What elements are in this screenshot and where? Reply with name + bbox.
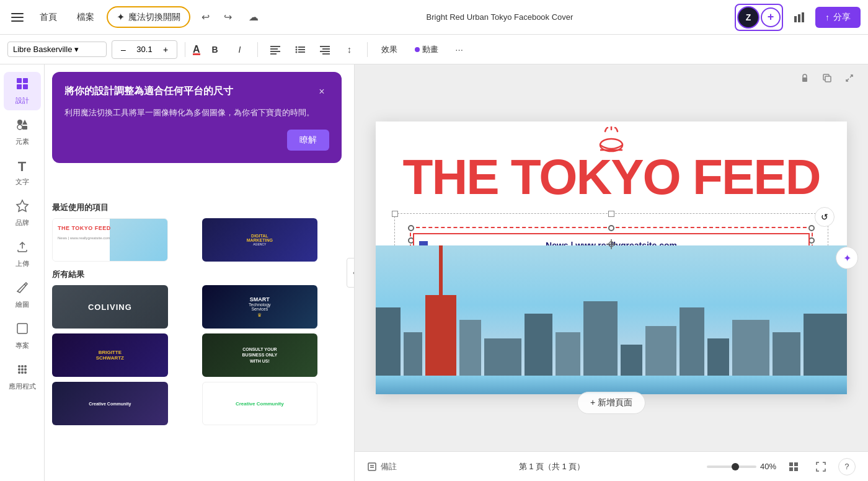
tooltip-learn-button[interactable]: 瞭解 xyxy=(287,130,329,151)
text-spacing-button[interactable]: ↕ xyxy=(340,40,360,60)
text-color-button[interactable]: A xyxy=(193,44,200,55)
template-item-brigitte[interactable]: BRIGITTE SCHWARTZ xyxy=(52,333,168,377)
share-button[interactable]: ↑ 分享 xyxy=(815,7,861,28)
magic-switch-button[interactable]: ✦ 魔法切換開關 xyxy=(107,6,190,28)
hamburger-menu[interactable] xyxy=(7,7,27,27)
template-item-smart-tech[interactable]: SMART Technology Services ♛ xyxy=(202,285,318,329)
left-sidebar: 設計 元素 T 文字 品牌 上傳 繪圖 xyxy=(0,64,45,481)
avatar-group: Z + xyxy=(735,4,783,31)
font-dropdown-arrow: ▾ xyxy=(74,45,79,54)
align-left-button[interactable] xyxy=(265,40,285,60)
template-item-coliving[interactable]: COLIVING xyxy=(52,285,168,329)
top-toolbar: 首頁 檔案 ✦ 魔法切換開關 ↩ ↪ ☁ Bright Red Urban To… xyxy=(0,0,868,35)
svg-rect-10 xyxy=(298,49,305,50)
canvas-main-title: THE TOKYO FEED xyxy=(376,152,847,202)
template-item-tokyo-feed[interactable]: THE TOKYO FEED News | www.reallygreatsit… xyxy=(52,218,168,262)
svg-point-29 xyxy=(24,365,27,368)
svg-rect-2 xyxy=(802,12,804,22)
apps-icon xyxy=(16,363,29,379)
zoom-slider[interactable] xyxy=(707,466,756,468)
magic-switch-label: 魔法切換開關 xyxy=(128,12,180,23)
elements-icon xyxy=(16,118,29,135)
grid-view-button[interactable] xyxy=(784,457,804,477)
template-smart-sub2: Services xyxy=(249,307,270,311)
chart-icon[interactable] xyxy=(788,6,810,29)
rotate-handle[interactable]: ↺ xyxy=(815,207,835,227)
template-coliving-text: COLIVING xyxy=(88,302,132,312)
magic-switch-tooltip: 將你的設計調整為適合任何平台的尺寸 × 利用魔法切換工具將單一圖像轉化為多個圖像… xyxy=(52,72,342,163)
copy-icon[interactable] xyxy=(818,69,836,87)
template-brigitte-name: SCHWARTZ xyxy=(96,355,124,361)
apps-label: 應用程式 xyxy=(9,382,36,391)
more-options-button[interactable]: ··· xyxy=(450,40,469,60)
user-avatar[interactable]: Z xyxy=(737,6,760,29)
template-panel: 將你的設計調整為適合任何平台的尺寸 × 利用魔法切換工具將單一圖像轉化為多個圖像… xyxy=(45,64,355,481)
svg-rect-45 xyxy=(794,462,798,466)
avatar-letter: Z xyxy=(746,12,751,22)
help-button[interactable]: ? xyxy=(838,458,856,475)
brand-icon xyxy=(16,199,29,216)
cloud-save-icon[interactable]: ☁ xyxy=(242,6,265,29)
animate-label: 動畫 xyxy=(422,44,438,55)
template-item-cc1[interactable]: Creative Community xyxy=(52,382,168,425)
upload-label: 上傳 xyxy=(16,259,29,268)
magic-assistant-button[interactable]: ✦ xyxy=(836,247,858,269)
notes-button[interactable]: 備註 xyxy=(367,461,397,472)
template-item-consult[interactable]: CONSULT YOURBUSINESS ONLYWITH US! xyxy=(202,333,318,377)
tooltip-header: 將你的設計調整為適合任何平台的尺寸 × xyxy=(64,84,329,99)
sidebar-item-brand[interactable]: 品牌 xyxy=(4,194,41,232)
all-results-title: 所有結果 xyxy=(52,269,347,280)
template-item-cc2[interactable]: Creative Community xyxy=(202,382,318,425)
page-indicator: 第 1 頁（共 1 頁） xyxy=(519,461,585,472)
fullscreen-button[interactable] xyxy=(811,457,831,477)
move-to-icon[interactable] xyxy=(841,69,858,87)
zoom-thumb[interactable] xyxy=(732,463,739,470)
canvas-workspace[interactable]: THE TOKYO FEED xyxy=(355,64,868,451)
svg-point-7 xyxy=(295,46,297,48)
svg-rect-4 xyxy=(270,48,278,50)
elements-label: 元素 xyxy=(16,137,29,146)
design-label: 設計 xyxy=(16,96,29,105)
sidebar-item-design[interactable]: 設計 xyxy=(4,72,41,110)
svg-point-9 xyxy=(295,48,297,50)
lock-icon[interactable] xyxy=(796,69,813,87)
canvas-top-tools xyxy=(796,69,858,87)
nav-file[interactable]: 檔案 xyxy=(69,8,102,27)
undo-button[interactable]: ↩ xyxy=(195,7,215,27)
zoom-control: 40% xyxy=(707,462,776,471)
svg-rect-0 xyxy=(794,16,797,22)
font-size-increase[interactable]: + xyxy=(158,42,173,57)
tooltip-close-button[interactable]: × xyxy=(314,84,329,99)
template-item-digital-marketing[interactable]: DIGITAL MARKETING AGENCY xyxy=(202,218,318,262)
tooltip-body: 利用魔法切換工具將單一圖像轉化為多個圖像，為你省下寶貴的時間。 xyxy=(64,107,329,120)
bold-button[interactable]: B xyxy=(205,40,225,60)
sidebar-item-projects[interactable]: 專案 xyxy=(4,317,41,355)
bottom-bar: 備註 第 1 頁（共 1 頁） 40% ? xyxy=(355,451,868,481)
brand-label: 品牌 xyxy=(16,218,29,227)
indent-button[interactable] xyxy=(315,40,335,60)
sidebar-item-draw[interactable]: 繪圖 xyxy=(4,276,41,314)
sidebar-item-upload[interactable]: 上傳 xyxy=(4,235,41,273)
svg-point-32 xyxy=(24,368,27,371)
svg-rect-15 xyxy=(320,51,330,52)
animate-button[interactable]: 動畫 xyxy=(409,42,445,58)
font-selector[interactable]: Libre Baskerville ▾ xyxy=(7,42,107,57)
add-collaborator-button[interactable]: + xyxy=(761,7,781,27)
sidebar-item-text[interactable]: T 文字 xyxy=(4,154,41,192)
cursor-indicator xyxy=(605,238,618,253)
italic-button[interactable]: I xyxy=(230,40,250,60)
sidebar-item-apps[interactable]: 應用程式 xyxy=(4,358,41,396)
sidebar-item-elements[interactable]: 元素 xyxy=(4,113,41,151)
panel-collapse-button[interactable]: ‹ xyxy=(347,258,355,288)
redo-button[interactable]: ↪ xyxy=(218,7,237,27)
template-cc2-text: Creative Community xyxy=(236,401,284,407)
notes-icon xyxy=(367,462,377,472)
svg-rect-46 xyxy=(789,467,793,471)
add-page-button[interactable]: + 新增頁面 xyxy=(577,392,645,414)
font-size-value[interactable]: 30.1 xyxy=(133,45,156,54)
list-button[interactable] xyxy=(290,40,310,60)
nav-home[interactable]: 首頁 xyxy=(32,8,64,27)
font-size-decrease[interactable]: – xyxy=(116,42,131,57)
design-canvas[interactable]: THE TOKYO FEED xyxy=(376,121,847,394)
effects-button[interactable]: 效果 xyxy=(375,42,404,58)
